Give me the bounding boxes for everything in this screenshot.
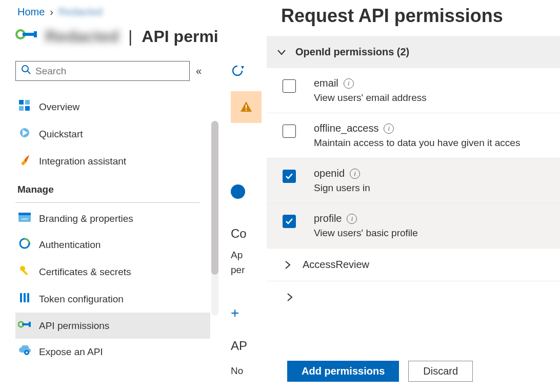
nav-label: Authentication (39, 239, 101, 251)
nav-overview[interactable]: Overview (15, 93, 210, 120)
nav-label: API permissions (39, 320, 109, 332)
svg-rect-19 (27, 293, 29, 302)
nav-label: Token configuration (39, 294, 124, 305)
key-icon (17, 265, 32, 279)
info-icon[interactable]: i (350, 169, 360, 179)
nav-label: Quickstart (39, 129, 83, 140)
permission-checkbox-email[interactable] (283, 79, 296, 93)
svg-rect-5 (19, 100, 24, 105)
info-icon[interactable]: i (347, 214, 357, 224)
plus-icon: + (231, 305, 239, 321)
api-permissions-icon (17, 319, 32, 332)
quickstart-icon (17, 127, 32, 141)
svg-rect-2 (34, 31, 37, 37)
permission-checkbox-openid[interactable] (283, 170, 296, 183)
permission-desc: Sign users in (314, 182, 370, 194)
collapsed-group[interactable] (267, 281, 560, 313)
svg-line-4 (28, 71, 30, 74)
permission-name: openid (314, 168, 345, 179)
search-input[interactable] (35, 66, 184, 77)
nav-label: Branding & properties (39, 213, 133, 224)
permission-name: email (314, 77, 338, 89)
permission-desc: Maintain access to data you have given i… (314, 137, 520, 149)
svg-rect-8 (25, 106, 30, 111)
cloud-gear-icon (17, 345, 32, 358)
permission-row-profile[interactable]: profile i View users' basic profile (267, 203, 560, 249)
svg-rect-16 (22, 270, 28, 275)
permission-row-email[interactable]: email i View users' email address (267, 68, 560, 113)
blade-title: Request API permissions (267, 0, 560, 36)
token-icon (17, 292, 32, 306)
svg-point-24 (26, 352, 28, 354)
nav-label: Certificates & secrets (39, 266, 131, 278)
nav-quickstart[interactable]: Quickstart (15, 120, 210, 148)
permission-row-offline_access[interactable]: offline_access i Maintain access to data… (267, 113, 560, 158)
svg-marker-25 (241, 66, 244, 69)
svg-rect-17 (20, 293, 22, 302)
chevron-right-icon (282, 259, 293, 271)
permission-row-openid[interactable]: openid i Sign users in (267, 158, 560, 203)
permission-name: profile (314, 213, 342, 224)
branding-icon: www (17, 213, 32, 224)
info-icon[interactable]: i (344, 78, 354, 89)
info-icon[interactable]: i (384, 123, 394, 134)
overview-icon (17, 100, 32, 114)
warning-banner (231, 91, 262, 123)
nav-expose[interactable]: Expose an API (15, 339, 210, 365)
breadcrumb-sep-icon: › (50, 6, 53, 18)
permission-checkbox-profile[interactable] (283, 215, 296, 228)
page-title: API permi (142, 27, 218, 46)
svg-text:www: www (21, 217, 29, 220)
nav-label: Expose an API (39, 346, 103, 358)
nav-label: Integration assistant (39, 156, 126, 167)
info-dot-icon (231, 184, 245, 199)
permission-checkbox-offline_access[interactable] (283, 125, 296, 138)
group-label: OpenId permissions (2) (295, 46, 409, 58)
nav-api-permissions[interactable]: API permissions (15, 313, 210, 339)
nav-integration[interactable]: Integration assistant (15, 148, 210, 175)
permission-desc: View users' email address (314, 92, 427, 104)
search-icon (21, 65, 31, 77)
app-name-blurred: Redacted (45, 27, 119, 46)
svg-rect-11 (18, 213, 31, 215)
nav-authentication[interactable]: Authentication (15, 231, 210, 258)
discard-button[interactable]: Discard (408, 361, 473, 382)
svg-rect-28 (246, 110, 247, 111)
title-separator: | (128, 27, 132, 46)
access-review-group[interactable]: AccessReview (267, 249, 560, 281)
chevron-right-icon (284, 292, 295, 303)
nav-certificates[interactable]: Certificates & secrets (15, 258, 210, 285)
openid-group-header[interactable]: OpenId permissions (2) (267, 36, 560, 68)
nav-label: Overview (39, 101, 79, 113)
refresh-button[interactable] (231, 69, 244, 79)
permission-desc: View users' basic profile (314, 228, 418, 239)
add-permissions-button[interactable]: Add permissions (287, 361, 399, 382)
svg-rect-6 (25, 100, 30, 105)
nav-branding[interactable]: www Branding & properties (15, 206, 210, 231)
authentication-icon (17, 238, 32, 252)
nav-section-manage: Manage (15, 175, 215, 199)
blade-actions: Add permissions Discard (267, 358, 560, 392)
search-box[interactable] (15, 61, 190, 81)
svg-point-3 (22, 66, 28, 72)
sidebar: « Overview Quickstart Integration a (0, 54, 215, 384)
nav-divider (15, 202, 200, 203)
app-registration-icon (15, 23, 38, 50)
access-review-label: AccessReview (303, 259, 369, 271)
chevron-down-icon (276, 47, 287, 58)
breadcrumb-app[interactable]: Redacted (58, 6, 103, 18)
nav-list: Overview Quickstart Integration assistan… (15, 93, 215, 365)
breadcrumb-home[interactable]: Home (17, 6, 45, 18)
rocket-icon (17, 154, 32, 168)
permission-name: offline_access (314, 122, 378, 134)
nav-token[interactable]: Token configuration (15, 285, 210, 313)
svg-rect-18 (24, 293, 26, 302)
svg-rect-7 (19, 106, 24, 111)
svg-rect-22 (29, 322, 31, 327)
svg-rect-27 (246, 105, 247, 109)
collapse-sidebar-button[interactable]: « (196, 65, 202, 77)
request-api-permissions-blade: Request API permissions OpenId permissio… (267, 0, 560, 392)
